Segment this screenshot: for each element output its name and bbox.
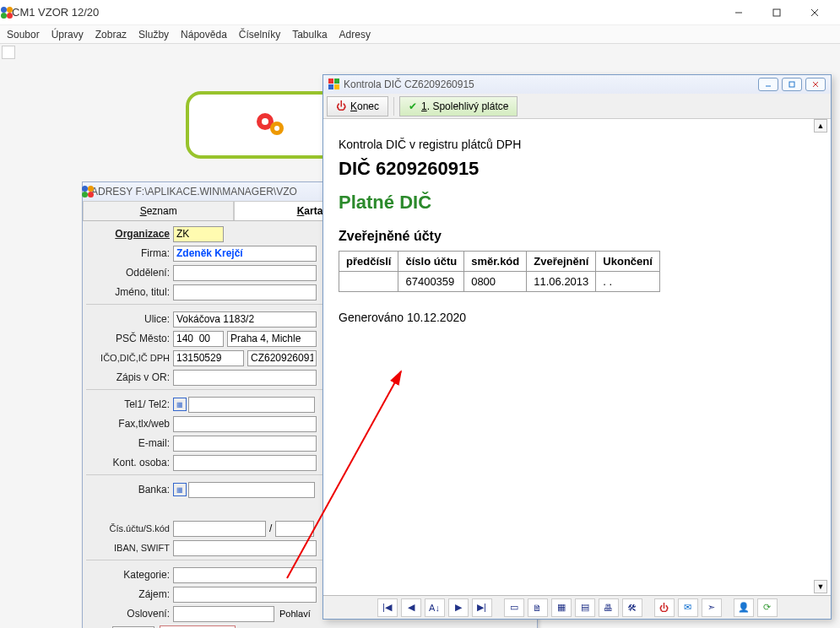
lbl-oddeleni: Oddělení: [86,267,173,279]
scroll-up-button[interactable]: ▲ [814,119,827,133]
nav-last-icon[interactable]: ▶| [472,598,492,617]
main-window-title: CM1 VZOR 12/20 [12,6,719,19]
slash-sep: / [266,522,275,534]
maximize-button[interactable] [757,1,795,24]
menu-ciselniky[interactable]: Číselníky [239,29,280,41]
blank-toolbar-slot [2,46,15,59]
lbl-banka: Banka: [86,484,173,495]
lbl-email: E-mail: [86,437,173,449]
nav-print-preview-icon[interactable]: 🗎 [528,598,548,617]
minimize-button[interactable] [719,1,757,24]
check-green-icon: ✔ [409,100,417,112]
lbl-jmeno: Jméno, titul: [86,286,173,298]
svg-rect-11 [334,84,339,89]
menu-adresy[interactable]: Adresy [339,29,371,41]
fax-field[interactable] [173,416,317,432]
menu-zobraz[interactable]: Zobraz [95,29,127,41]
cisuctu-field[interactable] [173,521,266,537]
menu-tabulka[interactable]: Tabulka [292,29,327,41]
th-predcisli: předčíslí [339,252,398,272]
qr-icon[interactable]: ▦ [173,483,187,496]
email-field[interactable] [173,436,317,452]
svg-point-7 [274,126,279,131]
firma-field[interactable] [173,246,317,262]
th-ukonceni: Ukončení [596,252,660,272]
nav-next-icon[interactable]: ▶ [448,598,469,617]
psc-field[interactable] [173,331,224,347]
svg-rect-8 [328,78,333,84]
ico-field[interactable] [173,350,244,366]
svg-point-5 [262,118,268,125]
nav-prev-icon[interactable]: ◀ [401,598,421,617]
iban-field[interactable] [173,540,317,556]
oddeleni-field[interactable] [173,265,317,281]
dic-field[interactable] [247,350,317,366]
lbl-ico: IČO,DIČ,IČ DPH [86,353,173,363]
nav-tool-icon[interactable]: 🛠 [622,598,642,617]
dic-maximize-button[interactable] [782,78,802,91]
mesto-field[interactable] [227,331,317,347]
dic-heading: DIČ 6209260915 [339,158,816,180]
th-zverejneni: Zveřejnění [527,252,596,272]
lbl-pohlavi: Pohlaví [279,609,311,619]
lbl-kategorie: Kategorie: [86,569,173,581]
dic-generated-text: Generováno 10.12.2020 [339,311,816,324]
banka-field[interactable] [188,482,315,498]
menu-sluzby[interactable]: Služby [138,29,169,41]
dic-platne-status: Platné DIČ [339,192,816,214]
dic-close-button[interactable] [805,78,826,91]
dic-intro-text: Kontrola DIČ v registru plátců DPH [339,138,816,151]
power-icon: ⏻ [336,100,346,112]
osloveni-field[interactable] [173,606,274,622]
lbl-tel: Tel1/ Tel2: [86,398,173,410]
zajem-field[interactable] [173,587,317,603]
nav-user-icon[interactable]: 👤 [734,598,754,617]
dic-window-title: Kontrola DIČ CZ6209260915 [344,78,758,90]
th-smerkod: směr.kód [464,252,527,272]
organizace-field[interactable] [173,226,224,242]
nav-table-icon[interactable]: ▤ [575,598,595,617]
kategorie-field[interactable] [173,567,317,583]
lbl-iban: IBAN, SWIFT [86,543,173,553]
dic-minimize-button[interactable] [758,78,778,91]
accounts-table: předčíslí číslo účtu směr.kód Zveřejnění… [339,251,660,292]
menu-soubor[interactable]: Soubor [7,29,40,41]
lbl-zajem: Zájem: [86,588,173,600]
konec-button[interactable]: ⏻ Konec [327,96,388,116]
zapis-field[interactable] [173,370,317,386]
skod-field[interactable] [275,521,314,537]
nav-send-icon[interactable]: ➣ [702,598,722,617]
lbl-psc: PSČ Město: [86,333,173,344]
menu-napoveda[interactable]: Nápověda [181,29,227,41]
tab-seznam[interactable]: Seznam [83,201,234,220]
dic-nav-toolbar: |◀ ◀ A↓ ▶ ▶| ▭ 🗎 ▦ ▤ 🖶 🛠 ⏻ ✉ ➣ 👤 ⟳ [323,595,831,619]
main-menubar[interactable]: Soubor Úpravy Zobraz Služby Nápověda Čís… [0,25,840,44]
svg-rect-9 [334,78,339,84]
nav-grid-icon[interactable]: ▦ [551,598,572,617]
ulice-field[interactable] [173,311,317,328]
nav-refresh-icon[interactable]: ⟳ [757,598,778,617]
nav-print-icon[interactable]: 🖶 [599,598,619,617]
nav-first-icon[interactable]: |◀ [377,598,398,617]
dic-window: Kontrola DIČ CZ6209260915 ⏻ Konec ✔ 1. S… [322,74,832,620]
lbl-fax: Fax,tlx/web [86,418,173,430]
qr-icon[interactable]: ▦ [173,398,187,411]
svg-rect-1 [773,9,780,16]
nav-sort-icon[interactable]: A↓ [425,598,445,617]
gears-icon [253,108,287,142]
lbl-ulice: Ulice: [86,313,173,325]
spolehlivy-platce-button[interactable]: ✔ 1. Spolehlivý plátce [399,96,518,116]
nav-power-icon[interactable]: ⏻ [654,598,675,617]
nav-mail-icon[interactable]: ✉ [678,598,698,617]
tel-field[interactable] [188,397,315,413]
osoba-field[interactable] [173,455,317,471]
close-button[interactable] [795,1,833,24]
jmeno-field[interactable] [173,284,317,300]
lbl-osoba: Kont. osoba: [86,457,173,468]
lbl-osloveni: Oslovení: [86,608,173,620]
lbl-zapis: Zápis v OR: [86,371,173,383]
scroll-down-button[interactable]: ▼ [814,580,827,593]
nav-doc-icon[interactable]: ▭ [504,598,524,617]
dic-ucty-heading: Zveřejněné účty [339,229,816,244]
menu-upravy[interactable]: Úpravy [51,29,84,41]
